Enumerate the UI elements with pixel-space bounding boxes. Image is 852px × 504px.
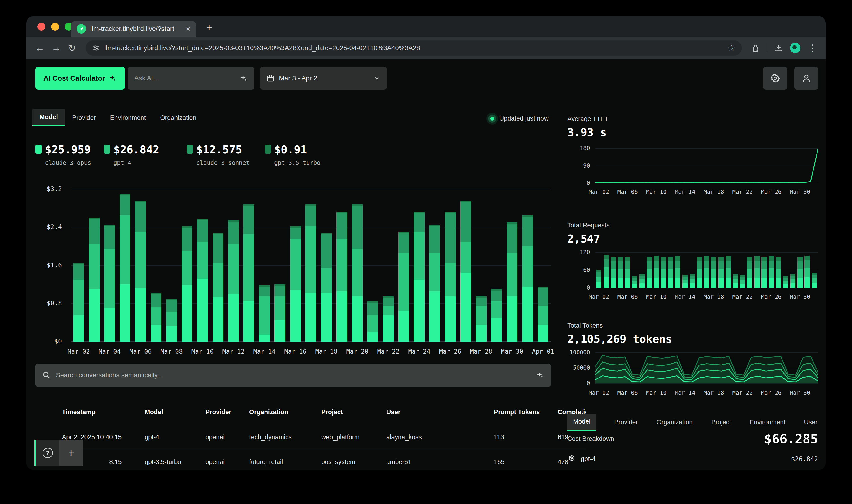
- request-bar-segment[interactable]: [783, 284, 788, 288]
- request-bar-segment[interactable]: [783, 276, 788, 278]
- bar-segment-claude-3-opus[interactable]: [135, 288, 146, 342]
- request-bar-segment[interactable]: [761, 278, 767, 288]
- back-icon[interactable]: ←: [35, 43, 44, 53]
- request-bar-segment[interactable]: [654, 268, 659, 277]
- request-bar-segment[interactable]: [625, 257, 630, 261]
- bar-segment-gpt-3.5-turbo[interactable]: [104, 225, 115, 226]
- request-bar-segment[interactable]: [668, 257, 673, 261]
- bar-segment-gpt-3.5-turbo[interactable]: [367, 301, 378, 303]
- breakdown-item-row[interactable]: gpt-4 $26.842: [567, 454, 818, 463]
- zoom-in-button[interactable]: +: [59, 440, 83, 466]
- bar-segment-gpt-3.5-turbo[interactable]: [507, 222, 518, 224]
- request-bar-segment[interactable]: [611, 257, 616, 261]
- request-bar-segment[interactable]: [812, 283, 817, 288]
- bar-segment-gpt-4[interactable]: [120, 215, 130, 284]
- bar-segment-gpt-3.5-turbo[interactable]: [414, 212, 424, 213]
- request-bar-segment[interactable]: [618, 262, 623, 269]
- bar-segment-gpt-4[interactable]: [460, 241, 471, 273]
- request-bar-segment[interactable]: [675, 277, 681, 288]
- request-bar-segment[interactable]: [711, 269, 716, 278]
- bar-segment-gpt-4[interactable]: [259, 296, 270, 335]
- bar-segment-claude-3-opus[interactable]: [150, 325, 161, 342]
- semantic-search-input[interactable]: Search conversations semantically...: [35, 364, 551, 387]
- breakdown-tab-environment[interactable]: Environment: [749, 414, 786, 430]
- request-bar-segment[interactable]: [733, 280, 738, 284]
- bar-segment-claude-3-sonnet[interactable]: [321, 234, 332, 268]
- bar-segment-gpt-3.5-turbo[interactable]: [445, 212, 456, 213]
- bar-segment-gpt-3.5-turbo[interactable]: [120, 194, 130, 195]
- request-bar-segment[interactable]: [747, 257, 752, 262]
- bar-segment-gpt-3.5-turbo[interactable]: [243, 204, 254, 206]
- bar-segment-gpt-4[interactable]: [337, 239, 347, 292]
- bar-segment-claude-3-sonnet[interactable]: [383, 298, 394, 306]
- bar-segment-gpt-4[interactable]: [89, 244, 99, 289]
- bar-segment-claude-3-sonnet[interactable]: [538, 288, 548, 306]
- request-bar-segment[interactable]: [733, 284, 738, 288]
- bar-segment-claude-3-sonnet[interactable]: [491, 290, 502, 301]
- request-bar-segment[interactable]: [747, 269, 752, 278]
- bar-segment-claude-3-opus[interactable]: [321, 293, 332, 342]
- request-bar-segment[interactable]: [768, 268, 774, 277]
- request-bar-segment[interactable]: [704, 261, 709, 268]
- bar-segment-claude-3-opus[interactable]: [120, 284, 130, 342]
- request-bar-segment[interactable]: [675, 268, 681, 277]
- bar-segment-gpt-4[interactable]: [398, 253, 409, 311]
- request-bar-segment[interactable]: [790, 284, 796, 288]
- bar-segment-gpt-3.5-turbo[interactable]: [166, 299, 177, 300]
- request-bar-segment[interactable]: [776, 269, 781, 278]
- bar-segment-claude-3-opus[interactable]: [398, 311, 409, 342]
- bar-segment-claude-3-sonnet[interactable]: [73, 264, 84, 280]
- request-bar-segment[interactable]: [761, 261, 767, 269]
- bar-segment-claude-3-opus[interactable]: [476, 325, 487, 342]
- app-title-button[interactable]: AI Cost Calculator: [35, 67, 125, 90]
- request-bar-segment[interactable]: [654, 256, 659, 261]
- bar-segment-claude-3-sonnet[interactable]: [182, 228, 193, 251]
- bar-segment-gpt-3.5-turbo[interactable]: [73, 263, 84, 264]
- bar-segment-claude-3-sonnet[interactable]: [507, 224, 518, 253]
- bar-segment-gpt-3.5-turbo[interactable]: [383, 296, 394, 298]
- request-bar-segment[interactable]: [719, 262, 724, 269]
- request-bar-segment[interactable]: [697, 262, 702, 269]
- bar-segment-claude-3-sonnet[interactable]: [104, 226, 115, 249]
- request-bar-segment[interactable]: [668, 261, 673, 269]
- bar-segment-gpt-3.5-turbo[interactable]: [522, 215, 533, 217]
- legend-item[interactable]: $25.959claude-3-opus: [35, 143, 104, 166]
- request-bar-segment[interactable]: [733, 274, 738, 276]
- bar-segment-claude-3-sonnet[interactable]: [150, 294, 161, 307]
- request-bar-segment[interactable]: [603, 255, 609, 259]
- bar-segment-claude-3-sonnet[interactable]: [213, 234, 223, 263]
- request-bar-segment[interactable]: [783, 278, 788, 281]
- date-range-picker[interactable]: Mar 3 - Apr 2: [260, 67, 387, 90]
- bar-segment-gpt-4[interactable]: [274, 296, 285, 320]
- request-bar-segment[interactable]: [639, 284, 645, 288]
- tab-organization[interactable]: Organization: [153, 109, 203, 126]
- request-bar-segment[interactable]: [754, 268, 760, 277]
- request-bar-segment[interactable]: [632, 278, 637, 281]
- request-bar-segment[interactable]: [804, 268, 810, 277]
- bar-segment-claude-3-sonnet[interactable]: [305, 206, 316, 227]
- bar-segment-gpt-3.5-turbo[interactable]: [429, 225, 440, 226]
- bar-segment-claude-3-opus[interactable]: [243, 301, 254, 342]
- request-bar-segment[interactable]: [790, 274, 796, 276]
- request-bar-segment[interactable]: [654, 261, 659, 268]
- request-bar-segment[interactable]: [726, 277, 731, 288]
- request-bar-segment[interactable]: [754, 277, 760, 288]
- bar-segment-claude-3-opus[interactable]: [166, 326, 177, 342]
- request-bar-segment[interactable]: [711, 278, 716, 288]
- bar-segment-gpt-4[interactable]: [166, 311, 177, 326]
- bar-segment-gpt-4[interactable]: [445, 263, 456, 296]
- bar-segment-gpt-4[interactable]: [104, 249, 115, 308]
- request-bar-segment[interactable]: [711, 261, 716, 269]
- bar-segment-claude-3-sonnet[interactable]: [367, 303, 378, 316]
- request-bar-segment[interactable]: [647, 278, 652, 288]
- request-bar-segment[interactable]: [747, 262, 752, 269]
- breakdown-tab-project[interactable]: Project: [711, 414, 731, 430]
- close-window-button[interactable]: [37, 23, 46, 31]
- legend-item[interactable]: $0.91gpt-3.5-turbo: [265, 143, 343, 166]
- request-bar-segment[interactable]: [768, 261, 774, 268]
- bar-segment-gpt-4[interactable]: [429, 253, 440, 291]
- bar-segment-claude-3-sonnet[interactable]: [352, 206, 363, 249]
- close-tab-icon[interactable]: ×: [186, 25, 191, 33]
- bar-segment-gpt-3.5-turbo[interactable]: [538, 287, 548, 288]
- request-bar-segment[interactable]: [639, 274, 645, 276]
